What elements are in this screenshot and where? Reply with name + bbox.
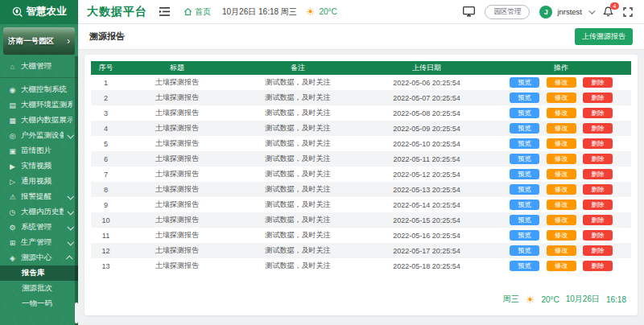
delete-button[interactable]: 删除	[583, 245, 613, 256]
cell-title: 土壤探测报告	[121, 212, 233, 228]
chevron-right-icon: ›	[67, 35, 70, 47]
table-row: 2 土壤探测报告 测试数据，及时关注 2022-05-07 20:25:54 预…	[91, 90, 631, 105]
preview-button[interactable]: 预览	[510, 77, 539, 88]
delete-button[interactable]: 删除	[583, 200, 613, 210]
preview-button[interactable]: 预览	[510, 230, 539, 241]
sidebar-item-greenhouse-history-data[interactable]: ◷ 大棚内历史数据	[0, 204, 78, 220]
cell-actions: 预览 修改 删除	[491, 136, 631, 151]
sidebar-item-production-management[interactable]: ⊞ 生产管理	[0, 235, 78, 250]
delete-button[interactable]: 删除	[583, 230, 613, 241]
delete-button[interactable]: 删除	[583, 261, 613, 271]
delete-button[interactable]: 删除	[583, 138, 613, 149]
cell-note: 测试数据，及时关注	[233, 136, 362, 151]
delete-button[interactable]: 删除	[583, 108, 613, 118]
sidebar-item-greenhouse-env-monitor[interactable]: ▤ 大棚环境监测系统	[0, 97, 78, 113]
sidebar-item-greenhouse-control-system[interactable]: ◉ 大棚控制系统	[0, 82, 78, 97]
park-manage-button[interactable]: 园区管理	[485, 5, 530, 19]
preview-button[interactable]: 预览	[510, 261, 539, 271]
cell-actions: 预览 修改 删除	[491, 212, 631, 228]
edit-button[interactable]: 修改	[547, 108, 576, 118]
tab-home[interactable]: 首页	[184, 6, 211, 18]
preview-button[interactable]: 预览	[510, 138, 539, 149]
cell-no: 8	[91, 182, 121, 197]
sidebar-subitem-trace-batch[interactable]: 溯源批次	[0, 281, 78, 296]
sidebar-item-system-management[interactable]: ⚙ 系统管理	[0, 220, 78, 235]
cell-actions: 预览 修改 删除	[491, 121, 631, 136]
topbar-datetime: 10月26日 16:18 周三	[222, 6, 297, 18]
cell-actions: 预览 修改 删除	[491, 105, 631, 121]
sidebar-item-outdoor-monitor-devices[interactable]: ◎ 户外监测设备	[0, 128, 78, 143]
preview-button[interactable]: 预览	[510, 169, 539, 179]
cell-actions: 预览 修改 删除	[491, 151, 631, 167]
delete-button[interactable]: 删除	[583, 215, 613, 225]
cell-no: 6	[91, 151, 121, 167]
sidebar-item-disaster-video[interactable]: ▶ 灾情视频	[0, 158, 78, 174]
sidebar-item-general-video[interactable]: ▷ 通用视频	[0, 174, 78, 189]
sidebar-item-trace-center[interactable]: ◈ 溯源中心	[0, 250, 78, 265]
sidebar-item-seedling-images[interactable]: ▣ 苗情图片	[0, 143, 78, 158]
edit-button[interactable]: 修改	[547, 93, 576, 103]
username[interactable]: jnrstest	[557, 7, 582, 16]
table-row: 10 土壤探测报告 测试数据，及时关注 2022-05-15 20:25:54 …	[91, 212, 631, 228]
cell-title: 土壤探测报告	[121, 228, 233, 243]
screen-cast-icon[interactable]	[463, 6, 475, 17]
cell-actions: 预览 修改 删除	[491, 90, 631, 105]
table-body: 1 土壤探测报告 测试数据，及时关注 2022-05-06 20:25:54 预…	[91, 75, 631, 274]
cell-date: 2022-05-14 20:25:54	[362, 197, 491, 212]
preview-button[interactable]: 预览	[510, 184, 539, 195]
cell-title: 土壤探测报告	[121, 197, 233, 212]
chevron-down-icon	[67, 208, 73, 215]
cell-note: 测试数据，及时关注	[233, 197, 362, 212]
cell-no: 7	[91, 167, 121, 182]
cell-date: 2022-05-09 20:25:54	[362, 121, 491, 136]
cell-no: 2	[91, 90, 121, 105]
edit-button[interactable]: 修改	[547, 230, 576, 241]
edit-button[interactable]: 修改	[547, 245, 576, 256]
cell-no: 1	[91, 75, 121, 90]
cell-actions: 预览 修改 删除	[491, 258, 631, 274]
edit-button[interactable]: 修改	[547, 200, 576, 210]
cell-date: 2022-05-16 20:25:54	[362, 228, 491, 243]
delete-button[interactable]: 删除	[583, 93, 613, 103]
cell-date: 2022-05-10 20:25:54	[362, 136, 491, 151]
preview-button[interactable]: 预览	[510, 93, 539, 103]
edit-button[interactable]: 修改	[547, 138, 576, 149]
brand-logo: 智慧农业	[0, 0, 78, 24]
preview-button[interactable]: 预览	[510, 108, 539, 118]
sidebar-item-alarm-reminder[interactable]: ⚠ 报警提醒	[0, 189, 78, 204]
upload-report-button[interactable]: 上传溯源报告	[575, 28, 633, 45]
cell-no: 11	[91, 228, 121, 243]
fullscreen-icon[interactable]	[623, 7, 633, 17]
column-header: 序号	[91, 61, 121, 75]
preview-button[interactable]: 预览	[510, 200, 539, 210]
edit-button[interactable]: 修改	[547, 154, 576, 164]
sidebar-item-greenhouse-management[interactable]: ⌂ 大棚管理	[0, 59, 78, 74]
edit-button[interactable]: 修改	[547, 123, 576, 134]
preview-button[interactable]: 预览	[510, 215, 539, 225]
edit-button[interactable]: 修改	[547, 261, 576, 271]
preview-button[interactable]: 预览	[510, 154, 539, 164]
sidebar-subitem-one-item-one-code[interactable]: 一物一码	[0, 296, 78, 311]
notification-bell[interactable]: 4	[603, 6, 613, 17]
delete-button[interactable]: 删除	[583, 184, 613, 195]
chevron-down-icon[interactable]	[588, 7, 595, 14]
cell-date: 2022-05-06 20:25:54	[362, 75, 491, 90]
edit-button[interactable]: 修改	[547, 184, 576, 195]
delete-button[interactable]: 删除	[583, 123, 613, 134]
cell-no: 5	[91, 136, 121, 151]
cell-note: 测试数据，及时关注	[233, 121, 362, 136]
avatar[interactable]: J	[539, 6, 552, 19]
sidebar-item-greenhouse-data-display[interactable]: ▦ 大棚内数据展示	[0, 113, 78, 128]
preview-button[interactable]: 预览	[510, 245, 539, 256]
edit-button[interactable]: 修改	[547, 77, 576, 88]
sidebar-subitem-report-library[interactable]: 报告库	[0, 265, 78, 281]
delete-button[interactable]: 删除	[583, 169, 613, 179]
park-selector[interactable]: 济南一号园区 ›	[3, 27, 75, 55]
edit-button[interactable]: 修改	[547, 169, 576, 179]
delete-button[interactable]: 删除	[583, 77, 613, 88]
sidebar-collapse-icon[interactable]	[159, 7, 170, 16]
preview-button[interactable]: 预览	[510, 123, 539, 134]
delete-button[interactable]: 删除	[583, 154, 613, 164]
cell-actions: 预览 修改 删除	[491, 182, 631, 197]
edit-button[interactable]: 修改	[547, 215, 576, 225]
